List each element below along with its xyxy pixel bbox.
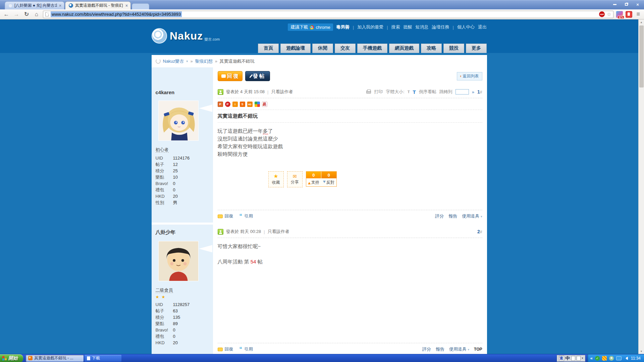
share-icon-emoji[interactable]: ☺ xyxy=(232,102,238,107)
tab-close-icon[interactable]: × xyxy=(125,3,128,8)
rate-widget: ★ 收藏 ✉ 分享 0 0 xyxy=(268,171,482,187)
scrollbar-thumb[interactable] xyxy=(639,25,644,87)
link-tasks[interactable]: 論壇任務 xyxy=(432,24,449,30)
nav-bidding[interactable]: 競投 xyxy=(443,44,464,53)
avatar[interactable] xyxy=(158,241,199,281)
extension-icon-1[interactable]: 82% xyxy=(616,11,623,18)
only-author-link[interactable]: 只看該作者 xyxy=(271,89,293,95)
author-name[interactable]: 八卦少年 xyxy=(152,225,213,236)
restore-button[interactable] xyxy=(622,2,631,7)
chevron-down-icon[interactable]: ▾ xyxy=(186,59,188,63)
link-profile[interactable]: 個人中心 xyxy=(457,24,475,30)
jump-page-input[interactable] xyxy=(455,89,469,95)
font-large-button[interactable]: T xyxy=(413,89,416,95)
rate-link[interactable]: 評分 xyxy=(435,213,444,219)
antivirus-tray-icon[interactable]: ✓ xyxy=(595,356,600,361)
username-link[interactable]: 毒男善 xyxy=(336,24,350,30)
ime-doc-icon[interactable] xyxy=(577,356,581,361)
breadcrumb-forum-link[interactable]: 聖痕幻想 xyxy=(195,58,213,64)
tools-dropdown[interactable]: 使用道具 ▾ xyxy=(462,213,482,219)
nav-more[interactable]: 更多 xyxy=(466,44,487,53)
avatar[interactable] xyxy=(158,101,199,141)
link-messages[interactable]: 短消息 xyxy=(416,24,429,30)
author-name[interactable]: c4karen xyxy=(152,85,213,95)
close-button[interactable]: × xyxy=(633,2,642,7)
share-icon-google[interactable] xyxy=(255,102,260,107)
ime-options-icon[interactable]: ▾ xyxy=(582,357,583,360)
ime-panel-icon[interactable] xyxy=(571,356,575,361)
tools-dropdown[interactable]: 使用道具 ▾ xyxy=(449,346,469,352)
ime-speed-icon[interactable]: 速 xyxy=(559,356,564,361)
forward-button[interactable]: → xyxy=(13,11,20,18)
scroll-down-icon[interactable]: ▼ xyxy=(639,349,644,354)
link-search[interactable]: 搜索 xyxy=(391,24,400,30)
reply-link[interactable]: 回復 xyxy=(218,346,233,352)
tray-collapse-icon[interactable]: « xyxy=(590,356,593,361)
jump-go-button[interactable]: » xyxy=(472,89,474,95)
vertical-scrollbar[interactable]: ▲ ▼ xyxy=(638,19,644,354)
top-link[interactable]: TOP xyxy=(474,347,482,352)
ime-chinese-icon[interactable]: 中 xyxy=(566,355,570,361)
link-favorites[interactable]: 加入我的最愛 xyxy=(357,24,383,30)
new-post-button[interactable]: 發 帖 xyxy=(245,71,270,81)
report-link[interactable]: 報告 xyxy=(448,213,457,219)
nav-guides[interactable]: 攻略 xyxy=(421,44,442,53)
share-icon-p[interactable]: P xyxy=(225,102,230,107)
taskbar-task-downloads[interactable]: 下載 xyxy=(85,355,121,362)
back-to-list-button[interactable]: ‹ 返回列表 xyxy=(457,72,482,80)
breadcrumb-root-link[interactable]: Nakuz樂古 xyxy=(163,58,184,64)
bookmark-star-icon[interactable]: ☆ xyxy=(607,11,611,17)
rate-link[interactable]: 評分 xyxy=(422,346,431,352)
reply-button[interactable]: 回 復 xyxy=(218,71,243,81)
browser-tab-1[interactable]: [八卦樂園 ● 兌] 向樂古出 × xyxy=(5,1,64,9)
network-tray-icon[interactable] xyxy=(616,356,622,360)
nav-friends[interactable]: 交友 xyxy=(335,44,356,53)
share-icon-s[interactable]: S xyxy=(240,102,245,107)
language-bar[interactable]: 速 中 ▾ xyxy=(557,355,585,362)
reply-text: 回復 xyxy=(225,346,233,352)
link-logout[interactable]: 退出 xyxy=(478,24,487,30)
chrome-suggest-button[interactable]: 建議下載 chrome xyxy=(288,23,333,31)
nav-web-games[interactable]: 網頁遊戲 xyxy=(389,44,419,53)
favorite-button[interactable]: ★ 收藏 xyxy=(268,171,284,187)
volume-tray-icon[interactable] xyxy=(624,357,628,360)
nav-home[interactable]: 首頁 xyxy=(258,44,279,53)
url-text-selected[interactable]: www.nakuz.com/bbs/viewthread.php?tid=445… xyxy=(51,11,182,17)
share-icon-hd[interactable]: HD xyxy=(247,102,253,107)
support-button[interactable]: 支持 xyxy=(308,180,319,185)
tab-close-icon[interactable]: × xyxy=(59,3,61,8)
home-button[interactable]: ⌂ xyxy=(33,11,40,18)
nakuz-logo[interactable]: Nakuz 樂古.com xyxy=(152,28,220,44)
only-author-link[interactable]: 只看該作者 xyxy=(268,229,289,235)
quote-link[interactable]: “ 引用 xyxy=(239,346,253,352)
share-icon-plurk[interactable]: P xyxy=(218,102,223,107)
nav-leisure[interactable]: 休閒 xyxy=(312,44,333,53)
address-bar[interactable]: www.nakuz.com/bbs/viewthread.php?tid=445… xyxy=(43,11,613,18)
share-button[interactable]: ✉ 分享 xyxy=(287,171,303,187)
oppose-button[interactable]: 反對 xyxy=(323,180,334,185)
share-icon-yi[interactable]: 易 xyxy=(262,102,267,107)
adblock-plus-icon[interactable]: ABP xyxy=(599,11,605,17)
start-button[interactable]: 開始 xyxy=(0,354,23,362)
link-alerts[interactable]: 提醒 xyxy=(404,24,412,30)
tray-icon-orange[interactable] xyxy=(602,356,607,361)
extension-icon-2[interactable] xyxy=(626,11,632,18)
reply-link[interactable]: 回復 xyxy=(218,213,233,219)
scroll-up-icon[interactable]: ▲ xyxy=(639,19,644,25)
minimize-button[interactable] xyxy=(610,2,619,7)
nav-game-forum[interactable]: 遊戲論壇 xyxy=(280,44,311,53)
nav-mobile-games[interactable]: 手機遊戲 xyxy=(357,44,387,53)
reverse-order-link[interactable]: 倒序看帖 xyxy=(419,89,436,95)
back-button[interactable]: ← xyxy=(3,11,10,18)
font-small-button[interactable]: T xyxy=(408,90,410,94)
browser-tab-2-active[interactable]: 其實這遊戲不錯玩 - 聖痕幻 × xyxy=(65,1,131,9)
new-tab-button[interactable] xyxy=(132,3,149,9)
print-link[interactable]: 打印 xyxy=(374,89,383,95)
reload-button[interactable]: ↻ xyxy=(23,11,30,18)
taskbar-task-forum[interactable]: 其實這遊戲不錯玩 - ... xyxy=(26,355,84,362)
refresh-circle-icon[interactable] xyxy=(156,59,161,64)
chrome-menu-icon[interactable]: ≡ xyxy=(635,11,641,18)
report-link[interactable]: 報告 xyxy=(436,346,444,352)
quote-link[interactable]: “ 引用 xyxy=(239,213,253,219)
messenger-tray-icon[interactable] xyxy=(609,356,614,361)
